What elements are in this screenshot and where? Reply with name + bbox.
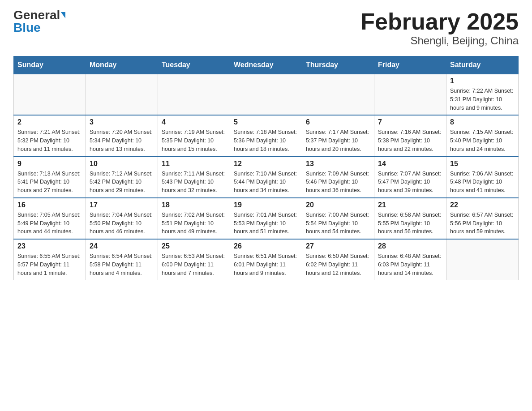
- day-info: Sunrise: 7:16 AM Sunset: 5:38 PM Dayligh…: [378, 128, 442, 153]
- calendar-cell: 2Sunrise: 7:21 AM Sunset: 5:32 PM Daylig…: [14, 115, 86, 156]
- day-number: 10: [90, 160, 154, 168]
- day-number: 11: [162, 160, 226, 168]
- day-info: Sunrise: 6:57 AM Sunset: 5:56 PM Dayligh…: [450, 211, 515, 236]
- day-number: 23: [17, 242, 82, 250]
- calendar-week-row: 9Sunrise: 7:13 AM Sunset: 5:41 PM Daylig…: [14, 157, 519, 198]
- day-info: Sunrise: 7:13 AM Sunset: 5:41 PM Dayligh…: [17, 170, 82, 195]
- day-info: Sunrise: 6:55 AM Sunset: 5:57 PM Dayligh…: [17, 252, 82, 277]
- day-number: 20: [306, 201, 370, 209]
- day-info: Sunrise: 7:05 AM Sunset: 5:49 PM Dayligh…: [17, 211, 82, 236]
- day-number: 17: [90, 201, 154, 209]
- day-info: Sunrise: 7:20 AM Sunset: 5:34 PM Dayligh…: [90, 128, 154, 153]
- calendar-cell: [302, 74, 374, 115]
- calendar-cell: 12Sunrise: 7:10 AM Sunset: 5:44 PM Dayli…: [230, 157, 302, 198]
- calendar-cell: 5Sunrise: 7:18 AM Sunset: 5:36 PM Daylig…: [230, 115, 302, 156]
- calendar-cell: 20Sunrise: 7:00 AM Sunset: 5:54 PM Dayli…: [302, 198, 374, 239]
- calendar-title: February 2025: [360, 9, 519, 34]
- logo-blue-text: Blue: [13, 21, 41, 34]
- day-number: 28: [378, 242, 442, 250]
- calendar-cell: 15Sunrise: 7:06 AM Sunset: 5:48 PM Dayli…: [446, 157, 519, 198]
- calendar-cell: [158, 74, 230, 115]
- day-info: Sunrise: 7:02 AM Sunset: 5:51 PM Dayligh…: [162, 211, 226, 236]
- calendar-cell: 17Sunrise: 7:04 AM Sunset: 5:50 PM Dayli…: [86, 198, 158, 239]
- day-number: 12: [234, 160, 298, 168]
- calendar-cell: [86, 74, 158, 115]
- day-number: 6: [306, 118, 370, 126]
- calendar-cell: 11Sunrise: 7:11 AM Sunset: 5:43 PM Dayli…: [158, 157, 230, 198]
- day-number: 14: [378, 160, 442, 168]
- calendar-cell: 1Sunrise: 7:22 AM Sunset: 5:31 PM Daylig…: [446, 74, 519, 115]
- day-number: 13: [306, 160, 370, 168]
- calendar-header-row: SundayMondayTuesdayWednesdayThursdayFrid…: [14, 56, 519, 74]
- calendar-cell: 27Sunrise: 6:50 AM Sunset: 6:02 PM Dayli…: [302, 239, 374, 280]
- day-number: 7: [378, 118, 442, 126]
- calendar-cell: [14, 74, 86, 115]
- calendar-cell: 10Sunrise: 7:12 AM Sunset: 5:42 PM Dayli…: [86, 157, 158, 198]
- day-info: Sunrise: 7:21 AM Sunset: 5:32 PM Dayligh…: [17, 128, 82, 153]
- logo-general-text: General: [13, 9, 60, 21]
- weekday-header-thursday: Thursday: [302, 56, 374, 74]
- calendar-cell: 14Sunrise: 7:07 AM Sunset: 5:47 PM Dayli…: [374, 157, 446, 198]
- day-info: Sunrise: 7:09 AM Sunset: 5:46 PM Dayligh…: [306, 170, 370, 195]
- logo-triangle-icon: [61, 12, 65, 18]
- day-number: 3: [90, 118, 154, 126]
- day-number: 5: [234, 118, 298, 126]
- calendar-cell: 18Sunrise: 7:02 AM Sunset: 5:51 PM Dayli…: [158, 198, 230, 239]
- day-info: Sunrise: 7:18 AM Sunset: 5:36 PM Dayligh…: [234, 128, 298, 153]
- calendar-cell: [374, 74, 446, 115]
- weekday-header-saturday: Saturday: [446, 56, 519, 74]
- calendar-week-row: 2Sunrise: 7:21 AM Sunset: 5:32 PM Daylig…: [14, 115, 519, 156]
- calendar-cell: 3Sunrise: 7:20 AM Sunset: 5:34 PM Daylig…: [86, 115, 158, 156]
- day-number: 18: [162, 201, 226, 209]
- calendar-week-row: 23Sunrise: 6:55 AM Sunset: 5:57 PM Dayli…: [14, 239, 519, 280]
- calendar-cell: 8Sunrise: 7:15 AM Sunset: 5:40 PM Daylig…: [446, 115, 519, 156]
- day-info: Sunrise: 7:06 AM Sunset: 5:48 PM Dayligh…: [450, 170, 515, 195]
- calendar-table: SundayMondayTuesdayWednesdayThursdayFrid…: [13, 56, 519, 280]
- calendar-subtitle: Shengli, Beijing, China: [360, 34, 519, 47]
- day-info: Sunrise: 6:51 AM Sunset: 6:01 PM Dayligh…: [234, 252, 298, 277]
- weekday-header-monday: Monday: [86, 56, 158, 74]
- logo: General Blue: [13, 9, 65, 34]
- weekday-header-sunday: Sunday: [14, 56, 86, 74]
- day-number: 27: [306, 242, 370, 250]
- calendar-cell: 21Sunrise: 6:58 AM Sunset: 5:55 PM Dayli…: [374, 198, 446, 239]
- day-number: 8: [450, 118, 515, 126]
- day-info: Sunrise: 7:22 AM Sunset: 5:31 PM Dayligh…: [450, 87, 515, 112]
- calendar-cell: 23Sunrise: 6:55 AM Sunset: 5:57 PM Dayli…: [14, 239, 86, 280]
- day-number: 4: [162, 118, 226, 126]
- calendar-cell: 16Sunrise: 7:05 AM Sunset: 5:49 PM Dayli…: [14, 198, 86, 239]
- day-number: 1: [450, 77, 515, 85]
- day-number: 2: [17, 118, 82, 126]
- day-number: 9: [17, 160, 82, 168]
- calendar-week-row: 16Sunrise: 7:05 AM Sunset: 5:49 PM Dayli…: [14, 198, 519, 239]
- day-number: 21: [378, 201, 442, 209]
- day-info: Sunrise: 6:50 AM Sunset: 6:02 PM Dayligh…: [306, 252, 370, 277]
- day-info: Sunrise: 7:10 AM Sunset: 5:44 PM Dayligh…: [234, 170, 298, 195]
- day-info: Sunrise: 6:48 AM Sunset: 6:03 PM Dayligh…: [378, 252, 442, 277]
- calendar-cell: 9Sunrise: 7:13 AM Sunset: 5:41 PM Daylig…: [14, 157, 86, 198]
- page-header: General Blue February 2025 Shengli, Beij…: [13, 9, 519, 47]
- day-info: Sunrise: 6:54 AM Sunset: 5:58 PM Dayligh…: [90, 252, 154, 277]
- day-info: Sunrise: 7:04 AM Sunset: 5:50 PM Dayligh…: [90, 211, 154, 236]
- calendar-cell: 13Sunrise: 7:09 AM Sunset: 5:46 PM Dayli…: [302, 157, 374, 198]
- calendar-cell: 25Sunrise: 6:53 AM Sunset: 6:00 PM Dayli…: [158, 239, 230, 280]
- day-info: Sunrise: 7:11 AM Sunset: 5:43 PM Dayligh…: [162, 170, 226, 195]
- day-number: 22: [450, 201, 515, 209]
- day-info: Sunrise: 7:19 AM Sunset: 5:35 PM Dayligh…: [162, 128, 226, 153]
- day-info: Sunrise: 7:12 AM Sunset: 5:42 PM Dayligh…: [90, 170, 154, 195]
- calendar-cell: 24Sunrise: 6:54 AM Sunset: 5:58 PM Dayli…: [86, 239, 158, 280]
- calendar-cell: 28Sunrise: 6:48 AM Sunset: 6:03 PM Dayli…: [374, 239, 446, 280]
- day-info: Sunrise: 6:58 AM Sunset: 5:55 PM Dayligh…: [378, 211, 442, 236]
- weekday-header-tuesday: Tuesday: [158, 56, 230, 74]
- day-info: Sunrise: 6:53 AM Sunset: 6:00 PM Dayligh…: [162, 252, 226, 277]
- day-info: Sunrise: 7:15 AM Sunset: 5:40 PM Dayligh…: [450, 128, 515, 153]
- calendar-cell: [446, 239, 519, 280]
- calendar-week-row: 1Sunrise: 7:22 AM Sunset: 5:31 PM Daylig…: [14, 74, 519, 115]
- day-info: Sunrise: 7:07 AM Sunset: 5:47 PM Dayligh…: [378, 170, 442, 195]
- day-info: Sunrise: 7:01 AM Sunset: 5:53 PM Dayligh…: [234, 211, 298, 236]
- day-number: 19: [234, 201, 298, 209]
- weekday-header-friday: Friday: [374, 56, 446, 74]
- day-info: Sunrise: 7:00 AM Sunset: 5:54 PM Dayligh…: [306, 211, 370, 236]
- day-number: 16: [17, 201, 82, 209]
- calendar-cell: 4Sunrise: 7:19 AM Sunset: 5:35 PM Daylig…: [158, 115, 230, 156]
